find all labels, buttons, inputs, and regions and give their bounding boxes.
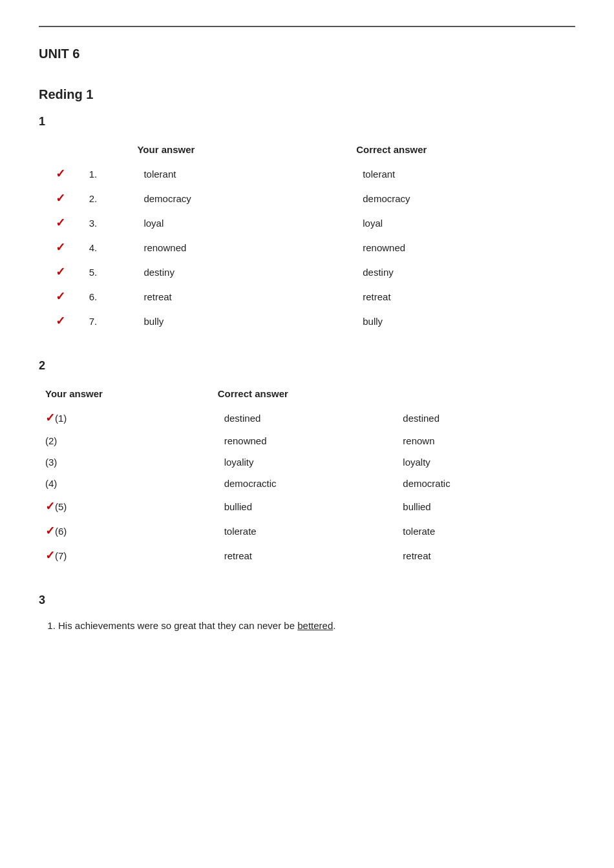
exercise1-title: 1 [39,115,575,129]
number-cell: 3. [83,211,138,235]
table-row: ✓(7)retreatretreat [39,543,575,568]
your-answer-cell: destined [218,406,397,430]
table-row: ✓(6)toleratetolerate [39,519,575,543]
checkmark-icon: ✓ [56,290,65,303]
correct-answer-cell: destiny [356,260,575,284]
your-answer-cell: democracy [137,186,356,211]
correct-answer-cell: retreat [396,543,575,568]
sentence-1-underlined: bettered [297,620,333,631]
correct-answer-cell: loyalty [396,451,575,473]
checkmark-icon: ✓ [56,167,65,180]
number-check-cell: (3) [39,451,218,473]
check-cell: ✓ [39,161,83,186]
checkmark-icon: ✓ [45,411,55,424]
your-answer-cell: bully [137,309,356,333]
number-check-cell: (2) [39,430,218,451]
your-answer-header: Your answer [137,141,356,161]
check-cell: ✓ [39,260,83,284]
correct-answer-cell: loyal [356,211,575,235]
table-row: (2)renownedrenown [39,430,575,451]
exercise2-title: 2 [39,359,575,373]
section-title: Reding 1 [39,87,575,102]
sentence-1-before: His achievements were so great that they… [58,620,297,631]
your-answer-cell: loyal [137,211,356,235]
correct-answer-cell: renowned [356,235,575,260]
table-row: ✓(5)bulliedbullied [39,494,575,519]
correct-answer-cell: retreat [356,284,575,309]
number-cell: 5. [83,260,138,284]
sentence-1: His achievements were so great that they… [58,620,575,631]
number-cell: 6. [83,284,138,309]
your-answer-cell: democractic [218,473,397,494]
check-cell: ✓ [39,235,83,260]
checkmark-icon: ✓ [56,315,65,327]
checkmark-icon: ✓ [56,192,65,205]
check-cell: ✓ [39,186,83,211]
your-answer-header2: Your answer [39,386,218,406]
correct-answer-header: Correct answer [356,141,575,161]
correct-answer-cell: tolerant [356,161,575,186]
checkmark-icon: ✓ [56,216,65,229]
your-answer-cell: loyality [218,451,397,473]
number-cell: 2. [83,186,138,211]
check-cell: ✓ [39,284,83,309]
check-cell: ✓ [39,309,83,333]
exercise3-title: 3 [39,594,575,607]
your-answer-cell: renowned [218,430,397,451]
number-cell: 4. [83,235,138,260]
table-row: (4)democracticdemocratic [39,473,575,494]
num-header [83,141,138,161]
exercise2-table: Your answer Correct answer ✓(1)destinedd… [39,386,575,568]
your-answer-cell: tolerant [137,161,356,186]
exercise3-list: His achievements were so great that they… [39,620,575,631]
number-check-cell: ✓(6) [39,519,218,543]
exercise1-table: Your answer Correct answer ✓1.tolerantto… [39,141,575,333]
correct-answer-cell: democracy [356,186,575,211]
correct-answer-cell: tolerate [396,519,575,543]
number-cell: 1. [83,161,138,186]
checkmark-icon: ✓ [45,500,55,513]
checkmark-icon: ✓ [45,549,55,562]
table-row: ✓3.loyalloyal [39,211,575,235]
table-row: ✓2.democracydemocracy [39,186,575,211]
sentence-1-after: . [333,620,335,631]
table-row: ✓4.renownedrenowned [39,235,575,260]
correct-answer-header2: Correct answer [218,386,397,406]
number-check-cell: ✓(1) [39,406,218,430]
correct-answer-cell: bully [356,309,575,333]
checkmark-icon: ✓ [45,524,55,537]
top-divider [39,26,575,27]
table-row: ✓7.bullybully [39,309,575,333]
number-check-cell: ✓(7) [39,543,218,568]
correct-answer-cell: democratic [396,473,575,494]
unit-title: UNIT 6 [39,46,575,61]
your-answer-cell: retreat [218,543,397,568]
your-answer-cell: renowned [137,235,356,260]
your-answer-cell: bullied [218,494,397,519]
table-row: ✓5.destinydestiny [39,260,575,284]
table-row: ✓6.retreatretreat [39,284,575,309]
your-answer-cell: destiny [137,260,356,284]
check-cell: ✓ [39,211,83,235]
number-cell: 7. [83,309,138,333]
table-row: ✓(1)destineddestined [39,406,575,430]
correct-answer-cell: destined [396,406,575,430]
table-row: ✓1.toleranttolerant [39,161,575,186]
correct-answer-cell: bullied [396,494,575,519]
spacer-header [396,386,575,406]
table-row: (3)loyalityloyalty [39,451,575,473]
checkmark-icon: ✓ [56,265,65,278]
correct-answer-cell: renown [396,430,575,451]
checkmark-icon: ✓ [56,241,65,254]
your-answer-cell: tolerate [218,519,397,543]
your-answer-cell: retreat [137,284,356,309]
number-check-cell: ✓(5) [39,494,218,519]
check-header [39,141,83,161]
number-check-cell: (4) [39,473,218,494]
